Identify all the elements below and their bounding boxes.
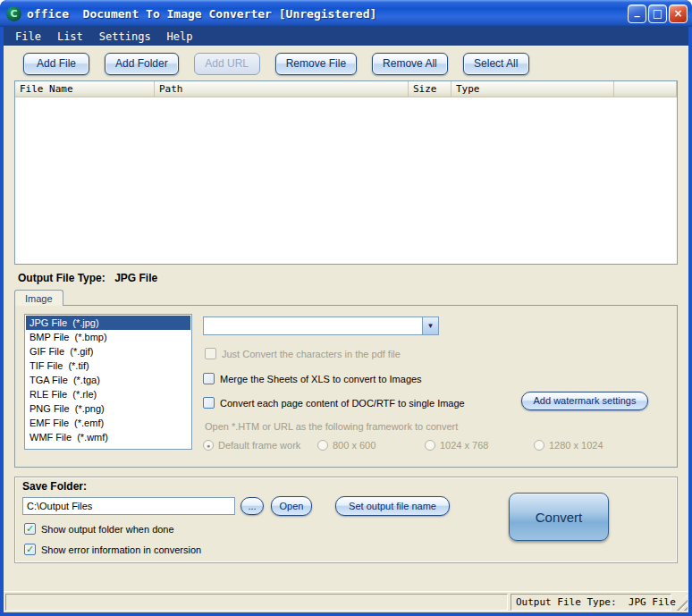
window-controls: _ □ × <box>628 4 688 23</box>
format-list-item[interactable]: JPG File (*.jpg) <box>26 316 190 330</box>
radio-dot-icon: ● <box>207 443 210 449</box>
radio-default-framework: ● Default frame work <box>203 440 300 451</box>
check-icon: ✓ <box>26 524 34 534</box>
toolbar: Add File Add Folder Add URL Remove File … <box>4 46 688 80</box>
checkbox-label: Merge the Sheets of XLS to convert to Im… <box>220 374 422 384</box>
chevron-down-icon: ▼ <box>427 322 435 330</box>
save-folder-group: Save Folder: ... Open Set output file na… <box>14 477 678 563</box>
format-list-item[interactable]: GIF File (*.gif) <box>26 344 190 359</box>
radio-800x600: 800 x 600 <box>317 440 376 451</box>
client-area: File List Settings Help Add File Add Fol… <box>4 27 688 612</box>
column-header-blank <box>614 81 677 97</box>
empty-space <box>4 563 688 591</box>
app-window: C office Document To Image Converter [Un… <box>0 0 692 616</box>
radio-label: 1024 x 768 <box>440 440 488 451</box>
browse-button[interactable]: ... <box>241 497 264 515</box>
checkbox-box[interactable]: ✓ <box>24 544 36 555</box>
radio-1280x1024: 1280 x 1024 <box>534 440 603 451</box>
column-header-type[interactable]: Type <box>451 81 614 97</box>
checkbox-box[interactable]: ✓ <box>24 523 36 535</box>
framework-label: Open *.HTM or URL as the following frame… <box>205 421 458 432</box>
status-panel-left <box>5 594 508 611</box>
combo-dropdown-button[interactable]: ▼ <box>422 317 438 334</box>
add-url-button: Add URL <box>194 53 260 75</box>
menu-item-settings[interactable]: Settings <box>91 28 159 46</box>
menu-item-file[interactable]: File <box>7 28 49 46</box>
window-title: office Document To Image Converter [Unre… <box>27 7 628 21</box>
radio-label: 1280 x 1024 <box>549 440 603 451</box>
format-list-item[interactable]: BMP File (*.bmp) <box>26 330 190 344</box>
remove-file-button[interactable]: Remove File <box>275 53 357 75</box>
checkbox-label: Convert each page content of DOC/RTF to … <box>220 398 465 409</box>
app-icon: C <box>6 6 21 21</box>
format-list: JPG File (*.jpg) BMP File (*.bmp) GIF Fi… <box>24 314 192 450</box>
select-all-button[interactable]: Select All <box>463 53 529 75</box>
menu-item-help[interactable]: Help <box>159 28 201 46</box>
format-list-item[interactable]: EMF File (*.emf) <box>26 416 190 430</box>
maximize-icon: □ <box>653 7 662 20</box>
save-folder-label: Save Folder: <box>22 480 87 493</box>
combo-box[interactable]: ▼ <box>203 316 439 335</box>
status-bar: Output File Type: JPG File <box>4 591 688 612</box>
column-header-file-name[interactable]: File Name <box>15 81 155 97</box>
maximize-button[interactable]: □ <box>648 4 667 23</box>
file-list-header: File Name Path Size Type <box>15 81 677 97</box>
format-list-item[interactable]: PNG File (*.png) <box>26 401 190 416</box>
radio-label: 800 x 600 <box>333 440 376 451</box>
format-list-item[interactable]: TIF File (*.tif) <box>26 359 190 373</box>
column-header-size[interactable]: Size <box>409 81 451 97</box>
app-icon-letter: C <box>10 8 17 20</box>
add-folder-button[interactable]: Add Folder <box>105 53 179 75</box>
tab-image[interactable]: Image <box>14 290 63 306</box>
radio-button <box>317 440 328 451</box>
menu-bar: File List Settings Help <box>4 27 688 46</box>
checkbox-show-error-info[interactable]: ✓ Show error information in conversion <box>24 544 201 555</box>
checkbox-label: Show output folder when done <box>41 524 174 535</box>
format-list-item[interactable]: RLE File (*.rle) <box>26 387 190 401</box>
format-list-item[interactable]: TGA File (*.tga) <box>26 373 190 387</box>
output-type-label-row: Output File Type: JPG File <box>4 265 688 288</box>
radio-1024x768: 1024 x 768 <box>425 440 488 451</box>
remove-all-button[interactable]: Remove All <box>372 53 448 75</box>
radio-button <box>534 440 544 451</box>
menu-item-list[interactable]: List <box>49 28 91 46</box>
radio-button <box>425 440 435 451</box>
checkbox-merge-xls[interactable]: Merge the Sheets of XLS to convert to Im… <box>203 373 422 384</box>
file-list-body <box>15 97 677 264</box>
file-list: File Name Path Size Type <box>14 80 678 265</box>
open-button[interactable]: Open <box>271 496 312 516</box>
close-icon: × <box>673 7 682 20</box>
checkbox-label: Show error information in conversion <box>41 544 201 555</box>
output-path-input[interactable] <box>22 497 235 515</box>
combo-value <box>204 317 422 334</box>
checkbox-doc-single-image[interactable]: Convert each page content of DOC/RTF to … <box>203 397 465 409</box>
radio-label: Default frame work <box>218 440 300 451</box>
format-list-item[interactable]: WMF File (*.wmf) <box>26 430 190 444</box>
checkbox-label: Just Convert the characters in the pdf f… <box>222 349 401 359</box>
add-watermark-settings-button[interactable]: Add watermark settings <box>521 392 648 410</box>
checkbox-show-output-folder[interactable]: ✓ Show output folder when done <box>24 523 174 535</box>
resize-grip[interactable] <box>674 594 688 611</box>
options-panel: JPG File (*.jpg) BMP File (*.bmp) GIF Fi… <box>14 305 678 468</box>
checkbox-box[interactable] <box>203 397 215 409</box>
tab-strip: Image <box>14 288 688 305</box>
minimize-icon: _ <box>635 4 640 17</box>
convert-button[interactable]: Convert <box>509 493 609 541</box>
checkbox-pdf-characters: Just Convert the characters in the pdf f… <box>205 348 401 359</box>
check-icon: ✓ <box>26 544 34 554</box>
column-header-path[interactable]: Path <box>155 81 409 97</box>
checkbox-box[interactable] <box>203 373 215 384</box>
minimize-button[interactable]: _ <box>628 4 646 23</box>
output-type-label: Output File Type: <box>18 272 105 284</box>
add-file-button[interactable]: Add File <box>23 53 89 75</box>
output-type-value: JPG File <box>114 272 157 284</box>
set-output-file-name-button[interactable]: Set output file name <box>335 496 450 516</box>
status-output-file-type: Output File Type: JPG File <box>511 594 671 611</box>
radio-button: ● <box>203 440 214 451</box>
title-bar: C office Document To Image Converter [Un… <box>0 0 692 27</box>
checkbox-box <box>205 348 216 359</box>
close-button[interactable]: × <box>669 4 688 23</box>
